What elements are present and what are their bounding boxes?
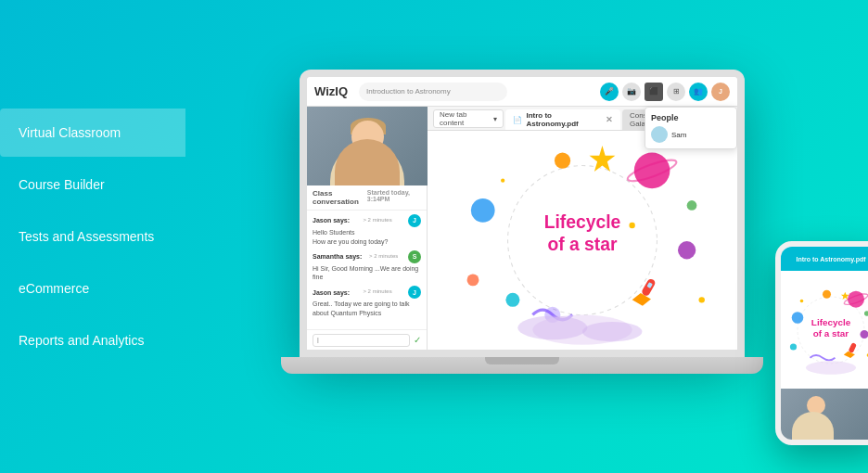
sidebar-item-course-builder[interactable]: Course Builder: [0, 160, 185, 209]
svg-point-21: [517, 316, 587, 340]
phone-device: Intro to Astronomy.pdf: [775, 241, 868, 445]
svg-text:Lifecycle: Lifecycle: [811, 316, 851, 326]
tab-new-label: New tab content: [440, 110, 491, 127]
chat-started: Started today, 3:14PM: [367, 189, 421, 206]
svg-point-10: [467, 274, 479, 286]
svg-text:of a star: of a star: [813, 328, 849, 339]
tab-dropdown-icon: ▾: [493, 115, 497, 123]
user-avatar: [651, 126, 668, 143]
msg-time-3: > 2 minutes: [363, 288, 391, 296]
sidebar-item-label: Virtual Classroom: [19, 125, 121, 140]
tab-close-icon[interactable]: ✕: [606, 115, 613, 124]
svg-point-9: [687, 200, 697, 211]
svg-point-35: [800, 299, 804, 302]
laptop-mockup: WizIQ Introduction to Astronomy 🎤 📷 ⬛ ⊞ …: [300, 70, 745, 403]
sidebar-item-virtual-classroom[interactable]: Virtual Classroom: [0, 109, 185, 157]
msg-text-3: Great.. Today we are going to talk about…: [313, 300, 421, 318]
svg-point-5: [555, 153, 570, 169]
svg-point-2: [634, 153, 670, 189]
svg-point-15: [629, 223, 634, 228]
person-body: [335, 139, 400, 185]
svg-point-31: [790, 343, 797, 350]
chat-message-1: Jason says: > 2 minutes J Hello Students…: [313, 214, 421, 247]
tab-astronomy-pdf[interactable]: 📄 Intro to Astronomy.pdf ✕: [505, 109, 620, 130]
msg-sender-1: Jason says:: [313, 216, 350, 224]
svg-point-7: [678, 241, 696, 259]
svg-point-27: [792, 312, 804, 324]
phone-header: Intro to Astronomy.pdf: [781, 247, 868, 271]
left-panel: Class conversation Started today, 3:14PM…: [307, 107, 428, 350]
chat-messages: Jason says: > 2 minutes J Hello Students…: [307, 211, 427, 329]
msg-sender-3: Jason says:: [313, 288, 350, 297]
msg-time-2: > 2 minutes: [369, 253, 398, 261]
sidebar-item-tests-assessments[interactable]: Tests and Assessments: [0, 212, 185, 261]
msg-text-2: Hi Sir, Good Morning ...We are doing fin…: [313, 264, 421, 283]
tab-new-content[interactable]: New tab content ▾: [433, 109, 504, 128]
chat-title: Class conversation: [313, 189, 367, 206]
phone-header-text: Intro to Astronomy.pdf: [796, 256, 865, 262]
msg-text-1b: How are you doing today?: [313, 237, 421, 247]
avatar[interactable]: J: [711, 83, 730, 101]
screen-share-button[interactable]: ⬛: [645, 83, 663, 101]
msg-avatar-2: S: [408, 250, 421, 263]
msg-avatar-1: J: [408, 214, 421, 227]
chat-panel: Class conversation Started today, 3:14PM…: [307, 185, 427, 350]
send-button[interactable]: ✓: [414, 335, 421, 345]
sidebar-item-label: eCommerce: [19, 281, 89, 296]
sidebar-item-ecommerce[interactable]: eCommerce: [0, 264, 185, 313]
svg-point-22: [582, 322, 642, 341]
mic-button[interactable]: 🎤: [600, 83, 619, 101]
laptop-screen-content: WizIQ Introduction to Astronomy 🎤 📷 ⬛ ⊞ …: [307, 77, 737, 350]
search-bar[interactable]: Introduction to Astronomy: [359, 83, 507, 101]
user-name: Sam: [671, 131, 686, 139]
chat-input-area: ✓: [307, 329, 427, 350]
search-text: Introduction to Astronomy: [366, 87, 451, 96]
svg-point-16: [501, 178, 504, 182]
svg-text:of a star: of a star: [547, 235, 618, 254]
tab-pdf-label: Intro to Astronomy.pdf: [526, 111, 602, 128]
svg-point-17: [699, 297, 705, 302]
msg-avatar-3: J: [408, 286, 421, 299]
chat-input[interactable]: [313, 334, 410, 347]
msg-time-1: > 2 minutes: [363, 217, 391, 224]
sidebar-item-label: Reports and Analytics: [19, 333, 144, 348]
svg-point-4: [471, 198, 495, 223]
content-area: Lifecycle of a star: [428, 131, 737, 350]
phone-content: Lifecycle of a star: [781, 271, 868, 389]
msg-text-1: Hello Students: [313, 228, 421, 237]
svg-point-25: [848, 290, 864, 307]
phone-mockup: Intro to Astronomy.pdf: [775, 241, 868, 454]
wiziq-logo: WizIQ: [314, 84, 348, 98]
svg-text:Lifecycle: Lifecycle: [544, 212, 621, 232]
phone-webcam: [781, 389, 868, 440]
camera-button[interactable]: 📷: [622, 83, 641, 101]
sidebar: Virtual Classroom Course Builder Tests a…: [0, 0, 185, 473]
msg-sender-2: Samantha says:: [313, 252, 362, 261]
sidebar-item-label: Tests and Assessments: [19, 229, 154, 244]
space-illustration: Lifecycle of a star: [428, 131, 737, 350]
tab-pdf-icon: 📄: [513, 116, 522, 124]
people-panel-title: People: [651, 113, 731, 122]
people-panel: People Sam: [645, 107, 737, 149]
svg-point-37: [806, 361, 856, 374]
people-avatar-row: Sam: [651, 126, 731, 143]
sidebar-item-label: Course Builder: [19, 177, 105, 192]
chat-message-2: Samantha says: > 2 minutes S Hi Sir, Goo…: [313, 250, 421, 283]
phone-person-body: [792, 412, 834, 440]
sidebar-item-reports-analytics[interactable]: Reports and Analytics: [0, 316, 185, 364]
chat-message-3: Jason says: > 2 minutes J Great.. Today …: [313, 286, 421, 318]
svg-point-8: [505, 293, 519, 307]
laptop-base: [281, 357, 763, 374]
header-icons: 🎤 📷 ⬛ ⊞ 👥 J: [600, 83, 730, 101]
main-content: WizIQ Introduction to Astronomy 🎤 📷 ⬛ ⊞ …: [185, 0, 868, 473]
app-header: WizIQ Introduction to Astronomy 🎤 📷 ⬛ ⊞ …: [307, 77, 737, 107]
laptop-screen: WizIQ Introduction to Astronomy 🎤 📷 ⬛ ⊞ …: [300, 70, 745, 357]
chat-header: Class conversation Started today, 3:14PM: [307, 185, 427, 211]
svg-point-28: [823, 289, 831, 298]
phone-illustration: Lifecycle of a star: [781, 279, 868, 381]
webcam-view: [307, 107, 428, 185]
users-button[interactable]: 👥: [689, 83, 708, 101]
grid-button[interactable]: ⊞: [667, 83, 685, 101]
